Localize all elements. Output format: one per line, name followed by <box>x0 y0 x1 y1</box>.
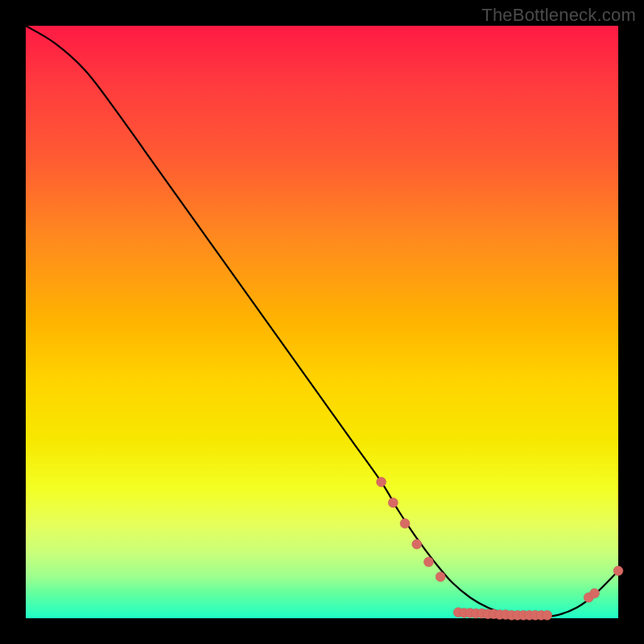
bottleneck-curve <box>26 26 618 617</box>
marker-dot <box>377 477 386 487</box>
chart-svg <box>26 26 618 618</box>
marker-dot <box>388 497 398 507</box>
chart-stage: TheBottleneck.com <box>0 0 644 644</box>
marker-group <box>377 477 623 621</box>
marker-dot <box>543 610 552 620</box>
marker-dot <box>590 588 600 598</box>
marker-dot <box>400 518 410 528</box>
marker-dot <box>436 572 445 581</box>
gradient-plot-area <box>26 26 618 618</box>
watermark-text: TheBottleneck.com <box>481 5 636 26</box>
marker-dot <box>613 566 623 576</box>
marker-dot <box>423 557 433 567</box>
marker-dot <box>412 539 422 549</box>
